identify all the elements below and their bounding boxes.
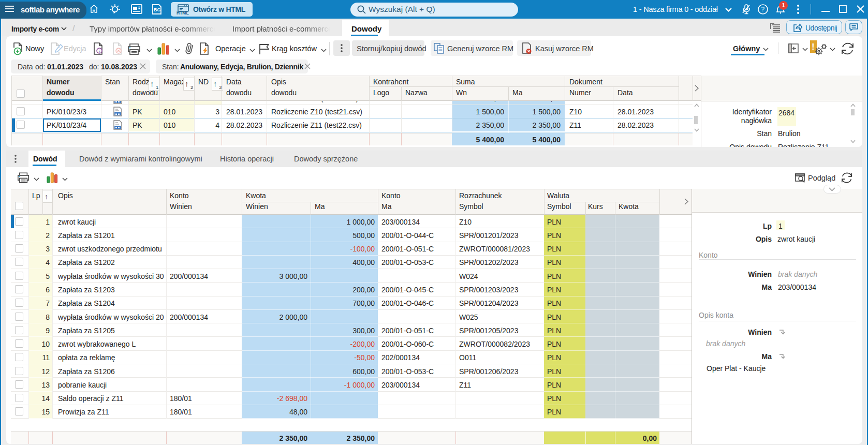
svg-text:BC: BC xyxy=(154,7,160,12)
svg-text:HTML: HTML xyxy=(176,10,189,16)
svg-text:?: ? xyxy=(761,6,765,13)
